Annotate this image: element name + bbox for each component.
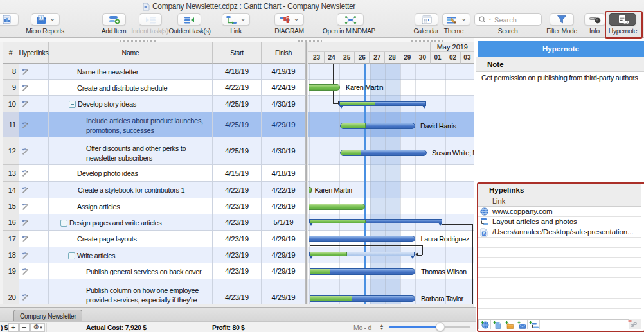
clipped-row-remnant [298, 40, 322, 42]
column-header-hyper[interactable]: Hyperlinks [19, 42, 49, 64]
dependency-link [422, 245, 423, 255]
svg-text:A: A [483, 231, 486, 236]
day-header: 01 [431, 52, 446, 64]
document-a-icon: A [480, 228, 488, 237]
summary-task-bar[interactable] [309, 252, 415, 256]
note-label: Note [476, 57, 644, 72]
diagram-label: DIAGRAM [274, 28, 304, 35]
theme-button[interactable]: ⌄ [442, 13, 470, 26]
currency-indicator: ) $ [1, 324, 8, 331]
mindmap-icon [344, 15, 357, 24]
hyperlink-list-item[interactable]: A/Users/annalee/Desktop/sale-presentatio… [478, 227, 641, 238]
add-project-link-button[interactable] [528, 320, 540, 329]
window-title: Company Newsletter.cdpz : Gantt Chart - … [152, 2, 355, 11]
link-icon [226, 15, 237, 24]
note-text: Get permission on publishing from third-… [481, 74, 638, 82]
add-mail-link-button[interactable] [515, 320, 528, 329]
task-bar[interactable] [309, 204, 365, 210]
settings-gear-button[interactable]: ⚙▾ [30, 323, 45, 332]
task-bar[interactable] [309, 84, 340, 91]
theme-icon [446, 15, 458, 24]
document-tab-bar: Company Newsletter [0, 307, 476, 321]
calendar-button[interactable] [415, 13, 438, 26]
remove-link-button[interactable] [627, 320, 638, 328]
indent-tasks-button[interactable] [139, 13, 162, 26]
add-web-link-button[interactable] [479, 320, 491, 329]
add-project-link-icon [528, 320, 539, 329]
bar-resource-label: Karen Martin [315, 186, 352, 194]
hypernote-button[interactable] [609, 13, 636, 26]
note-text-area[interactable]: Get permission on publishing from third-… [476, 72, 644, 182]
hyperlink-list-item [478, 309, 641, 319]
open-in-mindmap-button[interactable] [337, 13, 364, 26]
report-icon [1, 15, 12, 24]
globe-icon [480, 207, 488, 216]
task-bar[interactable] [340, 150, 427, 156]
day-header: 25 [339, 52, 355, 64]
document-tab[interactable]: Company Newsletter [13, 310, 82, 322]
task-bar[interactable] [340, 123, 415, 129]
reports-button[interactable] [0, 13, 19, 26]
micro-reports-button[interactable]: ⌄ [31, 13, 60, 26]
add-file-link-button[interactable] [491, 320, 503, 329]
zoom-in-button[interactable]: + [8, 323, 19, 332]
hyperlink-list-item[interactable]: www.coppany.com [478, 207, 641, 217]
task-bar[interactable] [309, 236, 415, 242]
timescale-stepper[interactable]: ▲▼ [378, 322, 386, 331]
outdent-icon [184, 15, 195, 24]
clipped-row-remnant [120, 40, 157, 42]
summary-task-bar[interactable] [309, 219, 442, 223]
info-button[interactable] [584, 13, 605, 26]
profit-label: Profit: 80 $ [212, 324, 245, 331]
add-folder-link-button[interactable] [503, 320, 515, 329]
month-header-april [308, 42, 431, 52]
dependency-link [442, 224, 472, 225]
bar-resource-label: Karen Martin [346, 83, 383, 91]
search-scope-chevron-icon: ⌄ [488, 15, 493, 21]
column-header-name[interactable]: Name [49, 42, 213, 64]
dependency-link [333, 64, 334, 103]
task-progress [310, 269, 330, 274]
column-header-start[interactable]: Start [213, 42, 262, 64]
search-input[interactable]: ⌄Search [474, 13, 542, 26]
diagram-button[interactable]: ⌄ [274, 13, 304, 26]
bar-resource-label: Susan White; N [432, 149, 474, 157]
summary-task-bar[interactable] [339, 101, 426, 106]
task-bar[interactable] [309, 187, 312, 193]
filter-mode-button[interactable] [550, 13, 574, 26]
link-button[interactable]: ⌄ [222, 13, 250, 26]
column-header-num[interactable]: # [3, 42, 19, 64]
theme-label: Theme [444, 28, 463, 35]
add-item-icon [109, 15, 120, 24]
dependency-link [472, 224, 473, 305]
actual-cost-label: Actual Cost: 7,920 $ [86, 324, 147, 331]
micro-reports-label: Micro Reports [26, 28, 64, 35]
hyperlinks-toolbar [478, 319, 641, 329]
search-icon [479, 16, 486, 23]
summary-end-cap [411, 256, 415, 259]
indent-tasks-label: Indent task(s) [131, 28, 168, 35]
filter-icon [557, 15, 567, 24]
day-header: 26 [355, 52, 370, 64]
hypernote-icon [616, 15, 629, 24]
zoom-slider-knob[interactable] [436, 322, 445, 331]
day-header: 29 [400, 52, 416, 64]
outdent-tasks-button[interactable] [177, 13, 201, 26]
zoom-out-button[interactable]: − [19, 323, 30, 332]
hyperlink-text: /Users/annalee/Desktop/sale-presentation… [492, 227, 633, 237]
day-header-partial [308, 52, 309, 64]
task-bar[interactable] [310, 295, 415, 302]
summary-start-cap [339, 105, 343, 109]
search-label: Search [498, 28, 518, 35]
bar-resource-label: Barbara Taylor [421, 295, 463, 302]
hyperlink-list-item[interactable]: Layout articles and photos [478, 217, 641, 227]
outdent-tasks-label: Outdent task(s) [168, 28, 210, 35]
summary-start-cap [309, 223, 313, 226]
day-header: 02 [445, 52, 461, 64]
column-header-finish[interactable]: Finish [262, 42, 306, 64]
chevron-down-icon: ⌄ [293, 15, 299, 22]
add-item-button[interactable] [102, 13, 126, 26]
hyperlink-list-item [478, 288, 641, 299]
search-placeholder: Search [494, 16, 517, 24]
task-bar[interactable] [310, 268, 415, 275]
